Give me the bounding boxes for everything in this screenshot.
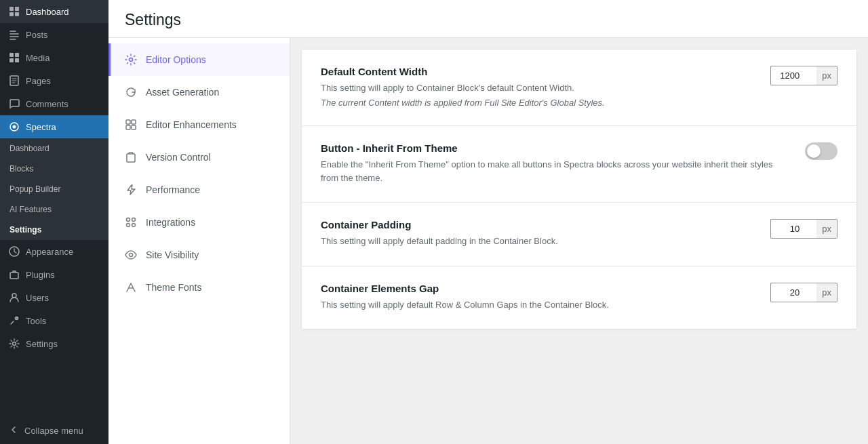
sidebar-item-dashboard[interactable]: Dashboard [0, 0, 108, 23]
container-padding-input[interactable] [770, 219, 816, 239]
default-content-width-input[interactable] [770, 66, 816, 85]
font-icon [124, 281, 138, 294]
svg-rect-19 [132, 125, 136, 129]
sidebar-item-label: Appearance [26, 247, 73, 257]
sidebar-item-spectra-ai[interactable]: AI Features [0, 199, 108, 220]
setting-desc-italic: The current Content width is applied fro… [321, 96, 757, 110]
sub-nav-label: Site Visibility [146, 249, 199, 260]
sub-nav-theme-fonts[interactable]: Theme Fonts [108, 271, 290, 304]
toggle-thumb [807, 144, 821, 158]
media-icon [8, 52, 20, 64]
users-icon [8, 291, 20, 304]
setting-info: Container Padding This setting will appl… [321, 219, 757, 249]
setting-control: px [770, 283, 837, 302]
setting-desc: This setting will apply default padding … [321, 235, 757, 248]
sidebar-sub-label: Popup Builder [9, 184, 60, 194]
sub-nav-integrations[interactable]: Integrations [108, 206, 290, 239]
setting-card-container-padding: Container Padding This setting will appl… [301, 202, 857, 266]
sidebar-item-pages[interactable]: Pages [0, 69, 108, 92]
setting-control: px [770, 66, 837, 85]
svg-rect-5 [15, 53, 19, 57]
sub-nav-editor-options[interactable]: Editor Options [108, 43, 290, 76]
sidebar-item-label: Spectra [26, 122, 56, 132]
sidebar-item-label: Tools [26, 316, 46, 326]
collapse-menu-button[interactable]: Collapse menu [0, 418, 108, 444]
setting-card-button-inherit: Button - Inherit From Theme Enable the "… [301, 125, 857, 202]
setting-title: Button - Inherit From Theme [321, 142, 791, 154]
settings-icon [8, 338, 20, 350]
sub-nav-performance[interactable]: Performance [108, 174, 290, 206]
refresh-icon [124, 85, 138, 99]
settings-cards: Default Content Width This setting will … [301, 49, 857, 329]
setting-title: Container Elements Gap [321, 283, 757, 294]
svg-point-21 [127, 218, 130, 222]
dashboard-icon [8, 5, 20, 18]
sidebar-item-plugins[interactable]: Plugins [0, 263, 108, 286]
sidebar-item-users[interactable]: Users [0, 286, 108, 309]
setting-control [805, 142, 837, 160]
sidebar-item-spectra[interactable]: Spectra [0, 115, 108, 138]
sidebar-item-posts[interactable]: Posts [0, 23, 108, 46]
sub-nav-site-visibility[interactable]: Site Visibility [108, 239, 290, 271]
collapse-icon [8, 424, 19, 437]
svg-point-15 [130, 58, 133, 62]
svg-point-24 [132, 224, 136, 227]
sidebar-item-label: Media [26, 53, 50, 63]
sub-nav-label: Asset Generation [146, 87, 219, 98]
svg-rect-4 [9, 53, 14, 57]
sub-nav-asset-generation[interactable]: Asset Generation [108, 76, 290, 108]
svg-rect-2 [9, 12, 14, 16]
sub-nav-editor-enhancements[interactable]: Editor Enhancements [108, 108, 290, 141]
sidebar-item-label: Posts [26, 30, 48, 40]
sidebar-item-media[interactable]: Media [0, 46, 108, 69]
sidebar-item-label: Dashboard [26, 7, 69, 17]
sidebar-item-spectra-dashboard[interactable]: Dashboard [0, 138, 108, 159]
setting-control: px [770, 219, 837, 239]
setting-desc: This setting will apply default Row & Co… [321, 298, 757, 312]
apps-icon [124, 216, 138, 229]
clipboard-icon [124, 150, 138, 164]
sub-nav-label: Editor Options [146, 54, 206, 65]
sidebar-item-spectra-settings[interactable]: Settings [0, 220, 108, 240]
active-arrow [104, 121, 108, 132]
collapse-label: Collapse menu [24, 426, 83, 436]
sub-nav-version-control[interactable]: Version Control [108, 141, 290, 174]
px-unit-label: px [816, 283, 837, 302]
svg-rect-16 [126, 120, 130, 124]
tools-icon [8, 315, 20, 327]
sidebar-item-settings[interactable]: Settings [0, 332, 108, 355]
eye-icon [124, 248, 138, 262]
svg-rect-1 [15, 7, 19, 11]
svg-rect-3 [15, 12, 19, 16]
sub-nav-label: Integrations [146, 217, 195, 228]
svg-rect-17 [132, 120, 136, 124]
page-title: Settings [125, 11, 852, 29]
svg-point-14 [13, 342, 16, 346]
sidebar-item-label: Pages [26, 76, 51, 86]
sidebar-sub-label: AI Features [9, 205, 52, 214]
sidebar-item-appearance[interactable]: Appearance [0, 240, 108, 263]
setting-info: Container Elements Gap This setting will… [321, 283, 757, 313]
button-inherit-toggle[interactable] [805, 142, 837, 160]
pages-icon [8, 75, 20, 87]
sidebar-item-tools[interactable]: Tools [0, 309, 108, 332]
svg-rect-20 [127, 154, 135, 162]
svg-rect-18 [126, 125, 130, 129]
setting-card-container-gap: Container Elements Gap This setting will… [301, 266, 857, 330]
container-gap-input[interactable] [770, 283, 816, 302]
setting-card-default-content-width: Default Content Width This setting will … [301, 49, 857, 125]
svg-point-12 [12, 294, 16, 298]
content-area: Editor Options Asset Generation Editor E… [108, 38, 868, 444]
svg-rect-7 [15, 58, 19, 62]
main-content: Settings Editor Options Asset Generation [108, 0, 868, 444]
sub-nav-label: Editor Enhancements [146, 119, 237, 130]
svg-rect-0 [9, 7, 14, 11]
sidebar-item-comments[interactable]: Comments [0, 92, 108, 115]
setting-title: Container Padding [321, 219, 757, 230]
sub-nav: Editor Options Asset Generation Editor E… [108, 38, 290, 444]
appearance-icon [8, 245, 20, 258]
sidebar-item-spectra-popup[interactable]: Popup Builder [0, 179, 108, 199]
svg-point-22 [132, 218, 136, 222]
sidebar-item-spectra-blocks[interactable]: Blocks [0, 159, 108, 179]
posts-icon [8, 28, 20, 41]
